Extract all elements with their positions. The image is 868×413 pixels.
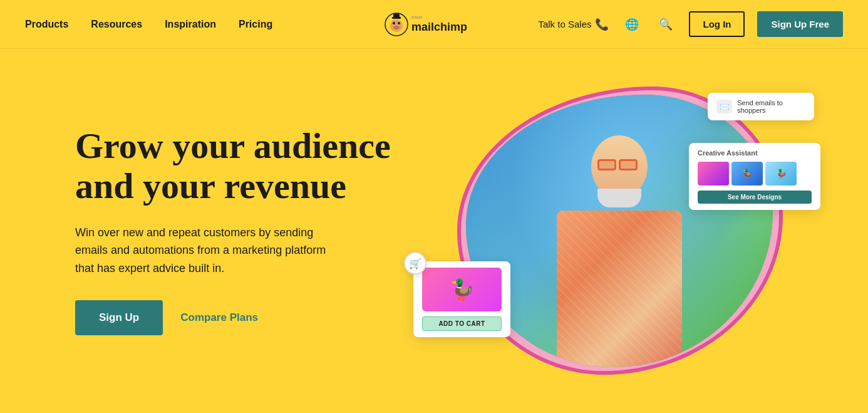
person-figure <box>532 129 707 367</box>
email-card-text: Send emails to shoppers <box>737 99 805 114</box>
navbar: Products Resources Inspiration Pricing i… <box>0 0 868 49</box>
login-button[interactable]: Log In <box>689 11 745 37</box>
svg-text:mailchimp: mailchimp <box>411 21 467 33</box>
creative-img-2-icon: 🦆 <box>731 162 763 186</box>
creative-img-2: 🦆 <box>731 162 763 186</box>
cart-card: 🛒 🦆 ADD TO CART <box>413 261 510 337</box>
person-head <box>591 135 648 198</box>
creative-img-3: 🦆 <box>765 162 797 186</box>
glasses <box>597 159 641 172</box>
talk-to-sales[interactable]: Talk to Sales 📞 <box>538 18 609 31</box>
svg-point-2 <box>393 22 395 24</box>
nav-right: Talk to Sales 📞 🌐 🔍 Log In Sign Up Free <box>538 11 843 37</box>
nav-item-products[interactable]: Products <box>25 19 68 30</box>
hero-title: Grow your audience and your revenue <box>75 126 401 206</box>
hero-content: Grow your audience and your revenue Win … <box>75 126 401 335</box>
hero-section: Grow your audience and your revenue Win … <box>0 49 868 412</box>
search-icon: 🔍 <box>659 18 673 31</box>
globe-button[interactable]: 🌐 <box>621 14 643 35</box>
phone-icon: 📞 <box>595 18 609 31</box>
nav-item-resources[interactable]: Resources <box>91 19 142 30</box>
add-to-cart-button[interactable]: ADD TO CART <box>422 316 502 331</box>
cart-product-emoji: 🦆 <box>450 278 475 301</box>
email-card-icon: ✉️ <box>716 100 732 113</box>
signup-free-button[interactable]: Sign Up Free <box>757 11 843 37</box>
svg-point-3 <box>398 22 400 24</box>
creative-assistant-card: Creative Assistant 🦆 🦆 See More Designs <box>689 143 820 210</box>
svg-text:intuit: intuit <box>411 14 423 20</box>
creative-card-images: 🦆 🦆 <box>698 162 812 186</box>
svg-rect-6 <box>393 14 400 18</box>
logo-svg: intuit mailchimp <box>384 11 484 38</box>
search-button[interactable]: 🔍 <box>655 14 676 35</box>
globe-icon: 🌐 <box>625 18 639 31</box>
cart-icon: 🛒 <box>404 252 426 274</box>
email-card: ✉️ Send emails to shoppers <box>708 93 814 120</box>
see-more-designs-button[interactable]: See More Designs <box>698 191 812 204</box>
svg-point-4 <box>393 26 400 29</box>
hero-image-area: ✉️ Send emails to shoppers Creative Assi… <box>438 74 802 387</box>
nav-item-pricing[interactable]: Pricing <box>239 19 272 30</box>
hero-description: Win over new and repeat customers by sen… <box>75 224 338 278</box>
beard <box>597 189 641 207</box>
creative-img-3-icon: 🦆 <box>765 162 797 186</box>
creative-card-title: Creative Assistant <box>698 149 812 157</box>
creative-img-1 <box>698 162 729 186</box>
shirt-pattern <box>557 211 682 367</box>
blob-inner <box>466 95 773 367</box>
compare-plans-link[interactable]: Compare Plans <box>180 311 258 324</box>
hero-image-person <box>466 95 773 367</box>
cart-product-image: 🦆 <box>422 268 502 311</box>
talk-to-sales-label: Talk to Sales <box>538 19 591 29</box>
nav-item-inspiration[interactable]: Inspiration <box>165 19 216 30</box>
logo[interactable]: intuit mailchimp <box>384 11 484 38</box>
hero-signup-button[interactable]: Sign Up <box>75 300 163 335</box>
blob-container: ✉️ Send emails to shoppers Creative Assi… <box>438 74 802 387</box>
hero-buttons: Sign Up Compare Plans <box>75 300 401 335</box>
nav-left: Products Resources Inspiration Pricing <box>25 19 272 30</box>
shirt <box>557 211 682 367</box>
